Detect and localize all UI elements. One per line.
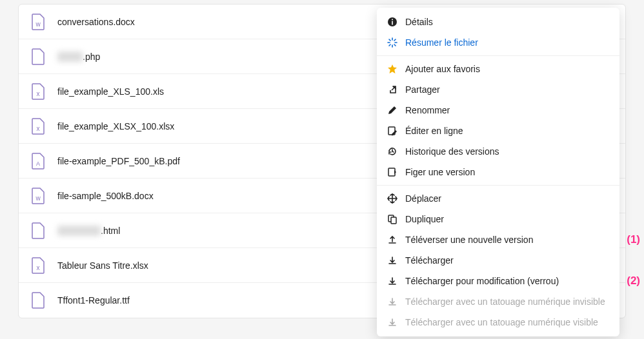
menu-item-move[interactable]: Déplacer xyxy=(377,188,619,209)
share-icon xyxy=(386,83,399,96)
menu-item-label: Résumer le fichier xyxy=(405,37,478,48)
menu-item-label: Détails xyxy=(405,17,433,27)
menu-item-upload-new-version[interactable]: Téléverser une nouvelle version (1) xyxy=(377,229,619,250)
download-icon xyxy=(386,254,399,267)
svg-text:x: x xyxy=(37,264,40,271)
upload-icon xyxy=(386,233,399,246)
svg-line-16 xyxy=(394,39,396,41)
history-icon xyxy=(386,145,399,158)
menu-item-download[interactable]: Télécharger xyxy=(377,250,619,271)
copy-icon xyxy=(386,213,399,226)
annotation-two: (2) xyxy=(627,275,640,287)
svg-rect-18 xyxy=(388,168,395,176)
annotation-one: (1) xyxy=(627,233,640,246)
svg-text:w: w xyxy=(35,21,41,28)
pencil-icon xyxy=(386,104,399,117)
svg-line-13 xyxy=(389,39,390,41)
context-menu: Détails Résumer le fichier Ajouter aux f… xyxy=(377,8,619,336)
download-icon xyxy=(386,295,399,308)
xls-icon: x xyxy=(30,257,46,274)
menu-item-download-invisible-watermark: Télécharger avec un tatouage numérique i… xyxy=(377,291,619,312)
pdf-icon: A xyxy=(30,153,46,170)
svg-line-14 xyxy=(394,44,396,46)
svg-text:x: x xyxy=(37,90,40,97)
menu-item-edit-online[interactable]: Éditer en ligne xyxy=(377,121,619,141)
pin-document-icon xyxy=(386,166,399,179)
svg-text:A: A xyxy=(36,160,40,167)
menu-item-label: Ajouter aux favoris xyxy=(405,64,480,74)
menu-item-label: Télécharger xyxy=(405,255,454,266)
menu-item-share[interactable]: Partager xyxy=(377,79,619,100)
info-icon xyxy=(386,15,399,28)
svg-text:x: x xyxy=(37,125,40,132)
menu-item-download-visible-watermark: Télécharger avec un tatouage numérique v… xyxy=(377,312,619,333)
menu-item-duplicate[interactable]: Dupliquer xyxy=(377,209,619,229)
move-icon xyxy=(386,192,399,205)
menu-item-label: Télécharger pour modification (verrou) xyxy=(405,276,559,286)
svg-text:w: w xyxy=(35,195,41,202)
menu-item-label: Historique des versions xyxy=(405,146,499,157)
menu-item-label: Télécharger avec un tatouage numérique v… xyxy=(405,317,598,327)
menu-item-label: Télécharger avec un tatouage numérique i… xyxy=(405,296,605,307)
menu-item-label: Éditer en ligne xyxy=(405,126,463,136)
xls-icon: x xyxy=(30,83,46,100)
xls-icon: x xyxy=(30,118,46,135)
menu-item-label: Téléverser une nouvelle version xyxy=(405,235,533,245)
svg-rect-7 xyxy=(392,21,393,25)
svg-rect-20 xyxy=(391,217,396,224)
docx-icon: w xyxy=(30,188,46,204)
menu-item-rename[interactable]: Renommer xyxy=(377,100,619,121)
menu-separator xyxy=(377,185,619,186)
edit-document-icon xyxy=(386,124,399,137)
menu-item-label: Partager xyxy=(405,84,440,95)
menu-item-label: Renommer xyxy=(405,105,450,115)
file-generic-icon xyxy=(30,292,46,309)
docx-icon: w xyxy=(30,14,46,30)
file-generic-icon xyxy=(30,222,46,239)
menu-separator xyxy=(377,55,619,56)
menu-item-label: Dupliquer xyxy=(405,214,444,224)
menu-item-freeze-version[interactable]: Figer une version xyxy=(377,162,619,182)
download-icon xyxy=(386,316,399,329)
svg-point-8 xyxy=(392,19,393,20)
redacted-text: xxxxxxxxx xyxy=(57,226,101,236)
menu-item-label: Déplacer xyxy=(405,193,441,204)
svg-line-15 xyxy=(389,44,390,46)
menu-item-summarize[interactable]: Résumer le fichier xyxy=(377,32,619,53)
menu-item-download-edit-lock[interactable]: Télécharger pour modification (verrou) (… xyxy=(377,271,619,291)
star-icon xyxy=(386,63,399,75)
menu-item-label: Figer une version xyxy=(405,167,475,177)
menu-item-version-history[interactable]: Historique des versions xyxy=(377,141,619,162)
file-generic-icon xyxy=(30,48,46,65)
download-icon xyxy=(386,275,399,287)
redacted-text: xxxxx xyxy=(57,52,83,62)
menu-item-favorite[interactable]: Ajouter aux favoris xyxy=(377,59,619,79)
menu-item-details[interactable]: Détails xyxy=(377,12,619,32)
sparkle-burst-icon xyxy=(386,36,399,49)
